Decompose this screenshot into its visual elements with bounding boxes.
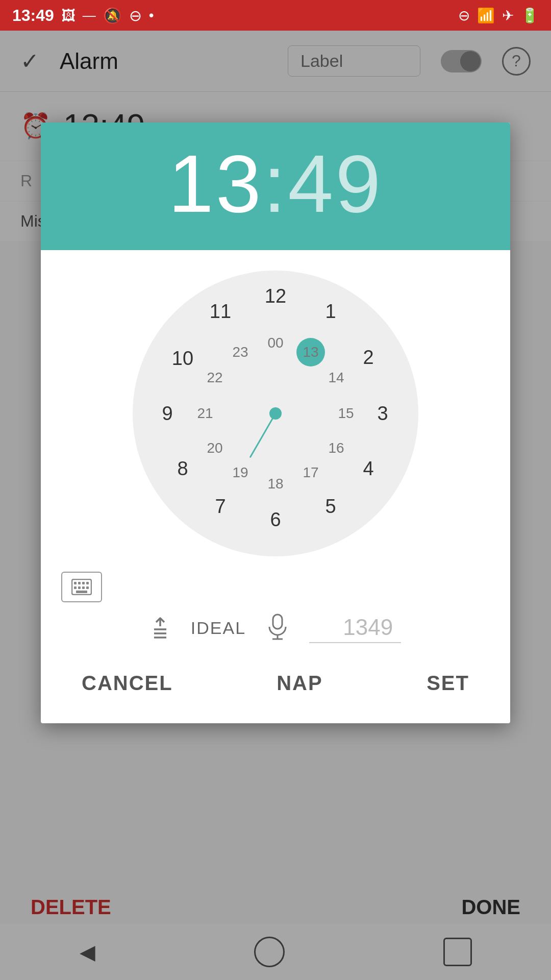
notifications-off-icon: 🔕	[103, 7, 122, 24]
clock-num-13[interactable]: 13	[296, 338, 325, 366]
time-picker-dialog: 13:49 12 1 2 3	[41, 122, 510, 723]
clock-num-1[interactable]: 1	[316, 297, 345, 326]
clock-num-3[interactable]: 3	[368, 399, 397, 428]
picker-keyboard-row	[41, 567, 510, 602]
clock-num-4[interactable]: 4	[354, 454, 383, 483]
set-button[interactable]: SET	[416, 664, 480, 703]
clock-num-15[interactable]: 15	[332, 399, 360, 428]
svg-rect-9	[76, 591, 87, 593]
svg-rect-6	[78, 586, 81, 589]
picker-input-row: IDEAL 1349	[41, 602, 510, 653]
svg-rect-5	[74, 586, 77, 589]
clock-face[interactable]: 12 1 2 3 4 5 6 7 8 9 10	[133, 271, 418, 556]
notif-dot: •	[149, 7, 154, 23]
picker-header: 13:49	[41, 122, 510, 250]
svg-rect-1	[74, 582, 77, 584]
nap-button[interactable]: NAP	[266, 664, 333, 703]
clock-num-2[interactable]: 2	[354, 343, 383, 372]
clock-num-21[interactable]: 21	[191, 399, 219, 428]
picker-minutes[interactable]: 49	[288, 138, 383, 229]
ideal-label: IDEAL	[191, 618, 246, 638]
status-right-icons: ⊖ 📶 ✈ 🔋	[458, 7, 539, 24]
clock-num-9[interactable]: 9	[153, 399, 182, 428]
clock-num-00[interactable]: 00	[261, 329, 290, 357]
svg-rect-2	[78, 582, 81, 584]
svg-rect-4	[86, 582, 89, 584]
clock-num-14[interactable]: 14	[322, 363, 350, 392]
svg-rect-3	[82, 582, 85, 584]
clock-num-6[interactable]: 6	[261, 505, 290, 534]
clock-num-12[interactable]: 12	[261, 282, 290, 310]
photo-icon: 🖼	[61, 7, 76, 24]
airplane-icon: ✈	[502, 7, 514, 24]
status-time: 13:49	[12, 6, 54, 25]
keyboard-icon[interactable]	[61, 572, 102, 602]
svg-rect-8	[86, 586, 89, 589]
clock-num-16[interactable]: 16	[322, 434, 350, 462]
minus-icon: —	[83, 8, 96, 23]
clock-num-19[interactable]: 19	[226, 458, 255, 487]
clock-num-5[interactable]: 5	[316, 492, 345, 521]
picker-actions: CANCEL NAP SET	[41, 653, 510, 723]
clock-num-23[interactable]: 23	[226, 338, 255, 366]
clock-num-11[interactable]: 11	[206, 297, 235, 326]
clock-center	[269, 407, 282, 420]
minus-circle-icon: ⊖	[129, 7, 142, 24]
svg-rect-7	[82, 586, 85, 589]
wifi-icon: 📶	[477, 7, 495, 24]
clock-num-8[interactable]: 8	[168, 454, 197, 483]
picker-time-display: 13:49	[71, 143, 480, 225]
minus-circle-right-icon: ⊖	[458, 7, 470, 24]
picker-hours[interactable]: 13	[168, 138, 263, 229]
ideal-icon	[150, 617, 170, 639]
picker-colon: :	[263, 138, 288, 229]
cancel-button[interactable]: CANCEL	[71, 664, 183, 703]
mic-icon[interactable]	[266, 614, 289, 642]
time-text-input[interactable]: 1349	[309, 612, 401, 643]
clock-num-18[interactable]: 18	[261, 470, 290, 498]
status-left: 13:49 🖼 — 🔕 ⊖ •	[12, 6, 154, 25]
clock-num-17[interactable]: 17	[296, 458, 325, 487]
clock-num-7[interactable]: 7	[206, 492, 235, 521]
battery-icon: 🔋	[521, 7, 539, 24]
clock-num-22[interactable]: 22	[201, 363, 229, 392]
clock-num-20[interactable]: 20	[201, 434, 229, 462]
status-bar: 13:49 🖼 — 🔕 ⊖ • ⊖ 📶 ✈ 🔋	[0, 0, 551, 31]
clock-hand	[249, 413, 277, 458]
picker-clock-area: 12 1 2 3 4 5 6 7 8 9 10	[41, 250, 510, 567]
app-background: ✓ Alarm ? ⏰ 13:49 R Miscellaneous DELETE…	[0, 31, 551, 980]
svg-rect-14	[273, 615, 282, 629]
clock-num-10[interactable]: 10	[168, 344, 197, 373]
